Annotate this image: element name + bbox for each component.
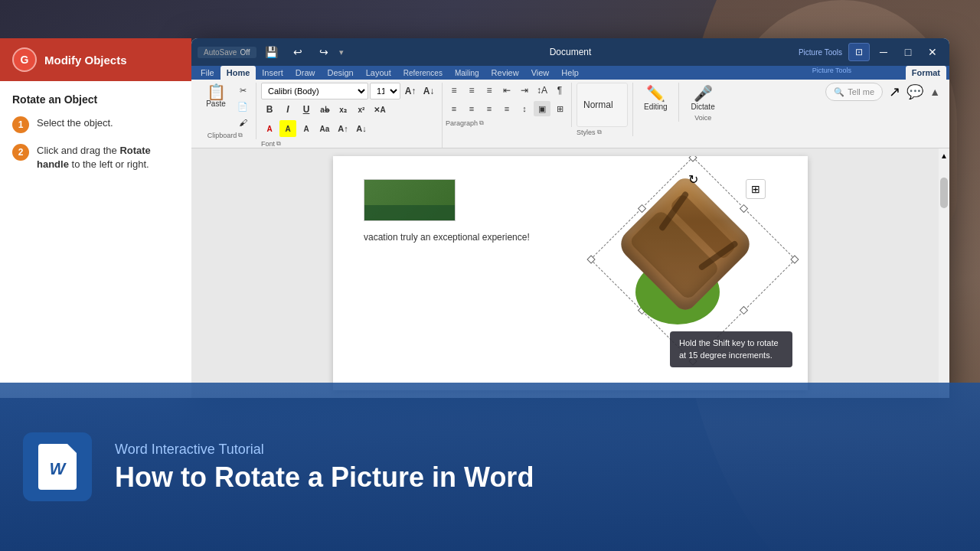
superscript-button[interactable]: x² (353, 101, 370, 118)
text-color-button[interactable]: A (298, 120, 315, 137)
close-button[interactable]: ✕ (922, 41, 943, 63)
handle-tr[interactable] (790, 255, 799, 263)
align-left-button[interactable]: ≡ (446, 101, 462, 116)
ribbon: 📋 Paste ✂ 📄 🖌 Clipboard ⧉ (191, 80, 949, 148)
bottom-text: Word Interactive Tutorial How to Rotate … (115, 442, 957, 493)
increase-indent-button[interactable]: ⇥ (516, 83, 533, 98)
undo-button[interactable]: ↩ (287, 41, 309, 63)
share-button[interactable]: ↗ (889, 83, 900, 100)
handle-tm[interactable] (740, 204, 748, 213)
italic-button[interactable]: I (279, 101, 296, 118)
handle-mr[interactable] (740, 306, 748, 315)
cut-button[interactable]: ✂ (234, 83, 251, 98)
step-2-number: 2 (12, 144, 29, 161)
rotate-handle[interactable]: ↻ (685, 171, 701, 187)
scroll-up-ribbon[interactable]: ▲ (929, 86, 940, 98)
decrease-font-button[interactable]: A↓ (420, 83, 437, 99)
handle-bl[interactable] (586, 255, 595, 263)
tab-file[interactable]: File (194, 66, 220, 80)
styles-launcher[interactable]: ⧉ (597, 129, 602, 136)
ribbon-display-button[interactable]: ⊡ (848, 43, 870, 61)
font-grow[interactable]: A↑ (335, 120, 351, 137)
section-title: Rotate an Object (12, 93, 179, 106)
scroll-thumb[interactable] (940, 178, 948, 208)
tell-me-box[interactable]: 🔍 Tell me (825, 83, 883, 101)
bullets-button[interactable]: ≡ (446, 83, 462, 98)
font-launcher[interactable]: ⧉ (276, 140, 281, 148)
tab-help[interactable]: Help (555, 66, 585, 80)
undo-icon: ↩ (293, 46, 302, 58)
document-page: vacation truly an exceptional experience… (333, 156, 808, 390)
editing-label: Editing (644, 103, 668, 111)
justify-button[interactable]: ≡ (498, 101, 515, 116)
editing-icon: ✏️ (646, 84, 665, 103)
borders-button[interactable]: ⊞ (551, 101, 568, 116)
tab-home[interactable]: Home (220, 66, 256, 80)
handle-ml[interactable] (638, 204, 646, 213)
document-title: Document (550, 47, 592, 57)
panel-header: G Modify Objects (0, 38, 191, 81)
tab-format[interactable]: Format (906, 66, 946, 80)
format-painter-button[interactable]: 🖌 (234, 115, 251, 130)
font-shrink[interactable]: A↓ (353, 120, 370, 137)
comment-button[interactable]: 💬 (906, 83, 923, 100)
clipboard-launcher[interactable]: ⧉ (238, 132, 243, 139)
normal-style: Normal (583, 99, 613, 110)
word-w-letter: W (50, 459, 66, 479)
clear-format-button[interactable]: ✕A (371, 101, 388, 118)
paragraph-mark-button[interactable]: ¶ (551, 83, 568, 98)
layout-options-button[interactable]: ⊞ (746, 179, 766, 199)
ribbon-tab-bar: Picture Tools File Home Insert Draw Desi… (191, 66, 949, 80)
tab-references[interactable]: References (397, 67, 449, 80)
font-size-select[interactable]: 11 (370, 83, 400, 99)
save-button[interactable]: 💾 (261, 41, 283, 63)
tab-insert[interactable]: Insert (256, 66, 289, 80)
handle-tl[interactable] (688, 156, 697, 162)
tab-layout[interactable]: Layout (360, 66, 397, 80)
scroll-up-button[interactable]: ▲ (939, 148, 949, 162)
tab-review[interactable]: Review (485, 66, 525, 80)
clipboard-group-content: 📋 Paste ✂ 📄 🖌 (199, 83, 251, 130)
font-name-select[interactable]: Calibri (Body) (261, 83, 368, 99)
bottom-overlay: W Word Interactive Tutorial How to Rotat… (0, 383, 980, 551)
tab-view[interactable]: View (525, 66, 556, 80)
maximize-icon: □ (905, 46, 911, 58)
minimize-button[interactable]: ─ (873, 41, 894, 63)
customize-qat[interactable]: ▾ (339, 47, 344, 57)
tab-mailings[interactable]: Mailing (449, 67, 485, 80)
autosave-toggle[interactable]: AutoSave Off (198, 47, 256, 58)
underline-button[interactable]: U (298, 101, 315, 118)
styles-gallery[interactable]: Normal (577, 83, 628, 127)
step-1-text: Select the object. (37, 116, 113, 130)
maximize-button[interactable]: □ (897, 41, 919, 63)
clipboard-sub: ✂ 📄 🖌 (234, 83, 251, 130)
monitor: AutoSave Off 💾 ↩ ↪ ▾ Document Pic (191, 38, 949, 398)
styles-label: Styles ⧉ (577, 129, 628, 136)
panel-title: Modify Objects (44, 54, 127, 67)
tab-draw[interactable]: Draw (289, 66, 322, 80)
numbering-button[interactable]: ≡ (463, 83, 480, 98)
shading-button[interactable]: ▣ (534, 101, 550, 116)
font-change-button[interactable]: Aa (316, 120, 333, 137)
bold-button[interactable]: B (261, 101, 278, 118)
strikethrough-button[interactable]: ab̶ (316, 101, 333, 118)
highlight-button[interactable]: A (279, 120, 296, 137)
subscript-button[interactable]: x₂ (335, 101, 351, 118)
sort-button[interactable]: ↕A (534, 83, 550, 98)
tab-design[interactable]: Design (321, 66, 359, 80)
align-center-button[interactable]: ≡ (463, 101, 480, 116)
decrease-indent-button[interactable]: ⇤ (498, 83, 515, 98)
editing-button[interactable]: ✏️ Editing (638, 83, 674, 112)
scroll-bar[interactable]: ▲ (939, 148, 949, 398)
increase-font-button[interactable]: A↑ (402, 83, 419, 99)
multilevel-button[interactable]: ≡ (481, 83, 498, 98)
paste-button[interactable]: 📋 Paste (199, 83, 233, 109)
step-2-text: Click and drag the Rotate handle to the … (37, 144, 179, 171)
copy-button[interactable]: 📄 (234, 99, 251, 114)
line-spacing-button[interactable]: ↕ (516, 101, 533, 116)
dictate-button[interactable]: 🎤 Dictate (685, 83, 721, 112)
paragraph-launcher[interactable]: ⧉ (479, 119, 484, 127)
redo-button[interactable]: ↪ (313, 41, 335, 63)
font-color-button[interactable]: A (261, 120, 278, 137)
align-right-button[interactable]: ≡ (481, 101, 498, 116)
